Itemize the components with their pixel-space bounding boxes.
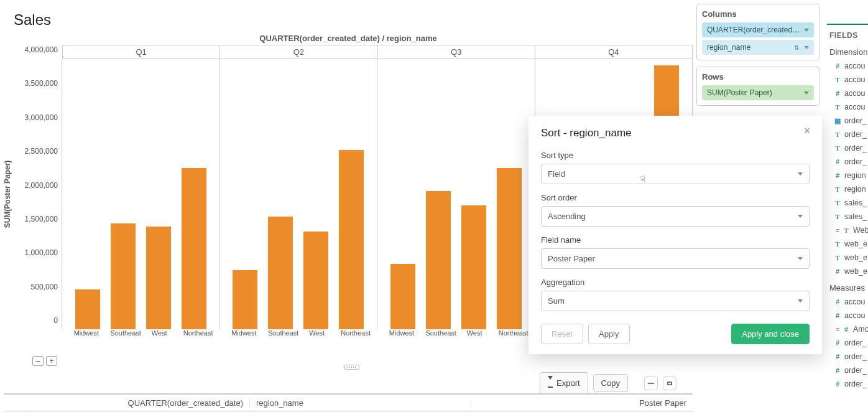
sort-type-select[interactable]: Field: [541, 164, 810, 184]
chart-bar[interactable]: [146, 227, 171, 329]
pill-poster-paper[interactable]: SUM(Poster Paper): [702, 85, 814, 100]
field-item[interactable]: #accou: [827, 309, 868, 322]
field-name-value: Poster Paper: [548, 254, 595, 263]
chart-bar[interactable]: [75, 289, 100, 329]
fields-search-initial[interactable]: D: [827, 4, 868, 25]
export-button-label: Export: [556, 378, 580, 388]
minimize-table-icon[interactable]: [644, 377, 658, 390]
chart-bar[interactable]: [390, 264, 415, 329]
field-item[interactable]: #accou: [827, 87, 868, 100]
chart-bar[interactable]: [303, 232, 328, 329]
y-tick: 1,500,000: [25, 215, 58, 223]
table-toolbar: Export Copy: [540, 372, 676, 394]
field-item[interactable]: #accou: [827, 59, 868, 73]
splitter-handle[interactable]: [344, 365, 359, 370]
text-icon: T: [833, 144, 842, 152]
facet-header-row: Q1 Q2 Q3 Q4: [62, 45, 693, 59]
y-tick: 500,000: [31, 283, 58, 291]
field-item[interactable]: Torder_: [827, 141, 868, 155]
field-item[interactable]: #order_: [827, 336, 868, 350]
copy-button[interactable]: Copy: [593, 374, 628, 392]
field-item-label: Web C: [853, 226, 868, 235]
field-item[interactable]: Taccou: [827, 100, 868, 114]
chart-bar[interactable]: [182, 168, 206, 329]
field-item[interactable]: #web_e: [827, 265, 868, 278]
apply-button[interactable]: Apply: [588, 324, 630, 344]
chart-title: QUARTER(order_created_date) / region_nam…: [4, 32, 693, 45]
field-item-label: order_: [844, 157, 867, 166]
apply-and-close-button[interactable]: Apply and close: [731, 324, 810, 344]
text-icon: T: [833, 213, 842, 220]
zoom-controls: – +: [32, 356, 57, 366]
sort-type-label: Sort type: [541, 151, 810, 160]
chevron-down-icon: [798, 172, 803, 176]
field-item[interactable]: Taccou: [827, 73, 868, 87]
sort-type-value: Field: [548, 169, 565, 179]
facet-label: Q4: [535, 45, 693, 58]
chart-bar[interactable]: [497, 168, 522, 329]
table-header-value[interactable]: Poster Paper: [471, 398, 693, 408]
field-item[interactable]: Torder_: [827, 128, 868, 141]
export-button[interactable]: Export: [540, 372, 588, 394]
fields-panel-title: FIELDS: [829, 31, 868, 40]
field-item[interactable]: Tsales_: [827, 210, 868, 223]
field-item[interactable]: =TWeb C: [827, 223, 868, 237]
aggregation-label: Aggregation: [541, 278, 810, 287]
close-icon[interactable]: ×: [801, 124, 813, 137]
chevron-down-icon: [804, 29, 809, 32]
text-icon: T: [833, 103, 842, 111]
field-item[interactable]: Tweb_e: [827, 251, 868, 265]
sort-order-select[interactable]: Ascending: [541, 206, 810, 227]
table-header-quarter[interactable]: QUARTER(order_created_date): [26, 398, 250, 408]
pill-region[interactable]: region_name ⇅: [702, 40, 814, 55]
table-row[interactable]: 1 Q1 Midwest 591936: [4, 412, 693, 417]
rows-shelf[interactable]: Rows SUM(Poster Paper): [696, 67, 820, 106]
maximize-table-icon[interactable]: [663, 377, 676, 390]
chevron-down-icon: [804, 46, 809, 49]
y-tick: 4,000,000: [25, 45, 58, 54]
x-tick-label: Midwest: [389, 329, 414, 342]
y-axis-ticks: 0 500,000 1,000,000 1,500,000 2,000,000 …: [11, 59, 62, 329]
columns-shelf[interactable]: Columns QUARTER(order_created_... region…: [696, 4, 820, 60]
number-icon: #: [833, 312, 842, 319]
field-item-label: region: [844, 185, 866, 194]
field-item[interactable]: Tsales_: [827, 196, 868, 210]
pill-quarter[interactable]: QUARTER(order_created_...: [702, 22, 814, 37]
chart-bar[interactable]: [233, 270, 257, 329]
y-tick: 3,000,000: [25, 113, 58, 122]
field-item[interactable]: #region: [827, 169, 868, 182]
calculated-icon: =: [833, 227, 842, 234]
aggregation-select[interactable]: Sum: [541, 291, 810, 311]
field-item-label: order_: [844, 339, 867, 347]
reset-button[interactable]: Reset: [541, 324, 583, 344]
chart-bar[interactable]: [339, 150, 364, 329]
field-item[interactable]: #accou: [827, 295, 868, 309]
chart-facet: [377, 59, 535, 329]
field-item[interactable]: ▦order_: [827, 114, 868, 128]
field-name-select[interactable]: Poster Paper: [541, 248, 810, 269]
text-icon: T: [833, 185, 842, 193]
field-item[interactable]: Tweb_e: [827, 237, 868, 251]
zoom-in-button[interactable]: +: [46, 356, 57, 366]
modal-title: Sort - region_name: [541, 127, 810, 139]
field-item-label: order_: [844, 352, 867, 361]
field-item-label: web_e: [844, 267, 867, 276]
chart-bar[interactable]: [268, 217, 293, 329]
field-item[interactable]: #order_: [827, 155, 868, 169]
chart-bar[interactable]: [461, 205, 486, 329]
chart-bar[interactable]: [111, 223, 136, 329]
field-item[interactable]: #order_: [827, 363, 868, 377]
field-item[interactable]: =#Amou: [827, 322, 868, 336]
dimensions-section-label: Dimensions: [829, 47, 868, 57]
table-header-region[interactable]: region_name: [250, 398, 471, 408]
zoom-out-button[interactable]: –: [32, 356, 44, 366]
pill-text: SUM(Poster Paper): [707, 88, 800, 97]
field-item-label: accou: [844, 311, 865, 320]
chevron-down-icon: [804, 91, 809, 95]
field-item[interactable]: #order_: [827, 377, 868, 391]
field-item[interactable]: #order_: [827, 350, 868, 363]
field-item[interactable]: Tregion: [827, 182, 868, 196]
field-item-label: accou: [844, 75, 865, 84]
text-icon: T: [833, 131, 842, 138]
chart-bar[interactable]: [426, 191, 451, 329]
